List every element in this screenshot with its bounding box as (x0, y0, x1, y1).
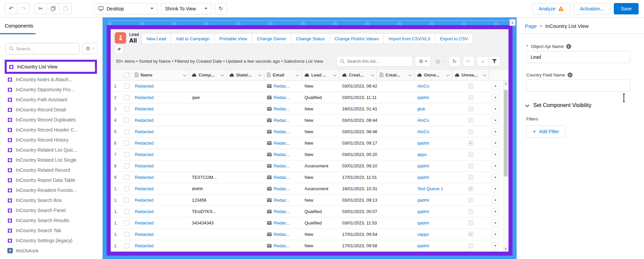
undo-button[interactable]: ↶ (5, 3, 17, 14)
zoom-selector[interactable]: Shrink To View (161, 3, 212, 14)
row-select-checkbox[interactable] (121, 92, 132, 103)
email-link[interactable]: Redac... (274, 106, 290, 111)
list-settings-button[interactable]: ⚙ (415, 56, 431, 66)
filter-button[interactable] (488, 56, 500, 66)
email-link[interactable]: Redac... (274, 198, 290, 203)
scroll-up-button[interactable]: ▲ (503, 81, 508, 86)
scrollbar-thumb[interactable] (504, 90, 508, 176)
row-select-checkbox[interactable] (121, 172, 132, 183)
lead-name-link[interactable]: Redacted (135, 243, 154, 248)
owner-alias-link[interactable]: gluk (417, 106, 425, 111)
sidebar-item[interactable]: InCountry Notes & Attach... (0, 74, 102, 85)
owner-alias-link[interactable]: qadmi (417, 95, 429, 100)
row-select-checkbox[interactable] (121, 81, 132, 92)
owner-alias-link[interactable]: vapps (417, 232, 429, 237)
info-icon[interactable]: i (566, 44, 571, 49)
row-actions-button[interactable] (492, 151, 499, 158)
row-select-checkbox[interactable] (121, 138, 132, 149)
row-select-checkbox[interactable] (121, 229, 132, 240)
sidebar-item[interactable]: InCountry Resident Functio... (0, 185, 102, 195)
object-api-name-field[interactable] (526, 51, 630, 63)
owner-alias-link[interactable]: qadmi (417, 141, 429, 146)
owner-alias-link[interactable]: qadmi (417, 220, 429, 225)
sidebar-item[interactable]: InCountry Search Box (0, 195, 102, 205)
email-link[interactable]: Redac... (274, 175, 290, 180)
sidebar-item[interactable]: testJsAura (0, 246, 102, 256)
column-header[interactable]: Lead ... (302, 69, 339, 80)
row-actions-button[interactable] (492, 219, 499, 227)
email-link[interactable]: Redac... (274, 243, 290, 248)
row-select-checkbox[interactable] (121, 240, 132, 251)
sidebar-scroll-up-icon[interactable]: ▲ (94, 67, 97, 70)
list-action-button[interactable]: Export to CSV (435, 33, 473, 44)
sidebar-item[interactable]: InCountry Record History (0, 135, 102, 145)
activation-button[interactable]: Activation... (574, 3, 610, 14)
lead-name-link[interactable]: Redacted (135, 232, 154, 237)
owner-alias-link[interactable]: qadmi (417, 175, 429, 180)
canvas-scroll-up-button[interactable]: ▲ (509, 19, 516, 26)
sidebar-item[interactable]: InCountry Search Results (0, 215, 102, 225)
owner-alias-link[interactable]: qadmi (417, 163, 429, 168)
row-actions-button[interactable] (492, 208, 499, 215)
selected-component-list-view[interactable]: Lead All New LeadAdd to CampaignPrintabl… (107, 25, 513, 256)
list-action-button[interactable]: Change Status (291, 33, 330, 44)
scroll-down-button[interactable]: ▼ (503, 246, 508, 252)
lead-name-link[interactable]: Redacted (135, 209, 154, 214)
column-header[interactable]: Comp... (189, 69, 227, 80)
row-actions-button[interactable] (492, 140, 499, 147)
list-search-input[interactable] (347, 59, 409, 64)
column-header[interactable]: Owne... (415, 69, 452, 80)
sidebar-item[interactable]: InCountry Search Tab (0, 225, 102, 236)
email-link[interactable]: Redac... (274, 186, 290, 191)
row-actions-button[interactable] (492, 197, 499, 204)
sidebar-item[interactable]: InCountry Record Detail (0, 105, 102, 115)
row-select-checkbox[interactable] (121, 126, 132, 137)
row-actions-button[interactable] (492, 117, 499, 124)
email-link[interactable]: Redac... (274, 129, 290, 134)
owner-alias-link[interactable]: AlnCo (417, 129, 429, 134)
list-action-button[interactable]: Add to Campaign (171, 33, 214, 44)
lead-name-link[interactable]: Redacted (135, 106, 154, 111)
row-actions-button[interactable] (492, 162, 499, 170)
paste-button[interactable] (59, 3, 72, 14)
list-action-button[interactable]: Change Picklist Values (329, 33, 384, 44)
row-select-checkbox[interactable] (121, 115, 132, 126)
sidebar-item[interactable]: InCountry Record Duplicates (0, 115, 102, 125)
owner-alias-link[interactable]: AlnCo (417, 84, 429, 89)
row-select-checkbox[interactable] (121, 160, 132, 171)
info-icon[interactable]: i (568, 72, 573, 77)
sidebar-item[interactable]: InCountry Path Assistant (0, 95, 102, 105)
column-header[interactable]: Creat... (339, 69, 377, 80)
sidebar-settings-button[interactable]: ⚙ (82, 43, 98, 54)
email-link[interactable]: Redac... (274, 220, 290, 225)
lead-name-link[interactable]: Redacted (135, 141, 154, 146)
owner-alias-link[interactable]: apps (417, 152, 427, 157)
sidebar-item[interactable]: InCountry Search Panel (0, 205, 102, 215)
email-link[interactable]: Redac... (274, 163, 290, 168)
column-header[interactable]: State/... (227, 69, 264, 80)
column-header[interactable]: Email (264, 69, 302, 80)
refresh-list-button[interactable]: ↻ (448, 56, 461, 66)
save-button[interactable]: Save (614, 3, 639, 14)
lead-name-link[interactable]: Redacted (135, 198, 154, 203)
row-select-checkbox[interactable] (121, 149, 132, 160)
sidebar-item[interactable]: InCountry Related Record (0, 165, 102, 175)
sidebar-item[interactable]: InCountry Record Header C... (0, 125, 102, 135)
country-field-name-field[interactable] (526, 80, 630, 92)
redo-button[interactable]: ↷ (17, 3, 30, 14)
email-link[interactable]: Redac... (274, 209, 290, 214)
owner-alias-link[interactable]: qadmi (417, 243, 429, 248)
email-link[interactable]: Redac... (274, 95, 290, 100)
row-select-checkbox[interactable] (121, 217, 132, 228)
scrollbar-track[interactable] (503, 86, 508, 246)
lead-name-link[interactable]: Redacted (135, 84, 154, 89)
column-header[interactable]: Name (132, 69, 189, 80)
row-actions-button[interactable] (492, 83, 499, 90)
row-select-checkbox[interactable] (121, 195, 132, 206)
analyze-button[interactable]: Analyze (532, 3, 570, 14)
add-filter-button[interactable]: + Add Filter (526, 125, 566, 138)
row-select-checkbox[interactable] (121, 183, 132, 194)
list-action-button[interactable]: New Lead (142, 33, 171, 44)
component-search-input[interactable] (16, 46, 76, 51)
lead-name-link[interactable]: Redacted (135, 175, 154, 180)
